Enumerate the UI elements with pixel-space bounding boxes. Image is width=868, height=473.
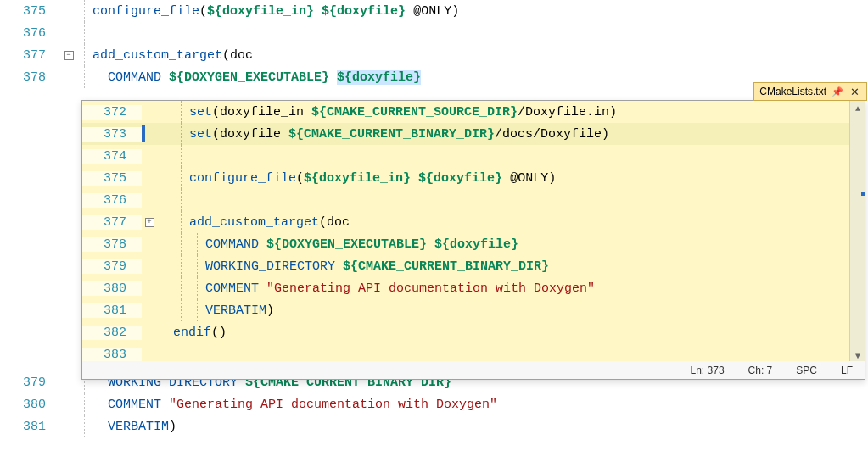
code-line[interactable]: 375configure_file(${doxyfile_in} ${doxyf… [82, 167, 849, 189]
code-content: VERBATIM) [205, 303, 274, 318]
peek-vertical-scrollbar[interactable]: ▲ ▼ [849, 101, 865, 364]
scroll-up-icon[interactable]: ▲ [850, 101, 865, 116]
fold-toggle-icon[interactable]: − [64, 51, 74, 60]
pin-icon[interactable]: 📌 [832, 86, 843, 97]
code-content: COMMAND ${DOXYGEN_EXECUTABLE} ${doxyfile… [205, 237, 518, 252]
status-indent: SPC [796, 364, 817, 376]
code-line[interactable]: 373set(doxyfile ${CMAKE_CURRENT_BINARY_D… [82, 123, 849, 145]
line-number: 381 [0, 420, 61, 434]
fold-toggle-icon[interactable]: + [145, 218, 154, 227]
code-line[interactable]: 380COMMENT "Generating API documentation… [82, 277, 849, 299]
status-bar: Ln: 373 Ch: 7 SPC LF [81, 361, 865, 380]
code-content: set(doxyfile ${CMAKE_CURRENT_BINARY_DIR}… [189, 127, 609, 142]
code-line[interactable]: 381VERBATIM) [82, 299, 849, 321]
code-content: COMMENT "Generating API documentation wi… [92, 398, 497, 412]
line-number: 373 [82, 127, 142, 142]
code-line[interactable]: 378COMMAND ${DOXYGEN_EXECUTABLE} ${doxyf… [82, 233, 849, 255]
peek-code-area[interactable]: 372set(doxyfile_in ${CMAKE_CURRENT_SOURC… [82, 101, 849, 364]
line-number: 378 [0, 70, 61, 85]
code-line[interactable]: 376 [82, 189, 849, 211]
code-line[interactable]: 382endif() [82, 321, 849, 343]
line-number: 376 [82, 193, 142, 208]
code-line[interactable]: 380 COMMENT "Generating API documentatio… [0, 393, 868, 415]
peek-tab[interactable]: CMakeLists.txt 📌 ✕ [753, 82, 867, 101]
line-number: 380 [0, 398, 61, 412]
status-column: Ch: 7 [748, 364, 773, 376]
code-line[interactable]: 377−add_custom_target(doc [0, 44, 868, 66]
code-content: set(doxyfile_in ${CMAKE_CURRENT_SOURCE_D… [189, 105, 617, 120]
code-line[interactable]: 375configure_file(${doxyfile_in} ${doxyf… [0, 0, 868, 22]
line-number: 376 [0, 26, 61, 41]
line-number: 377 [82, 215, 142, 230]
peek-tab-title: CMakeLists.txt [759, 86, 826, 97]
code-content: configure_file(${doxyfile_in} ${doxyfile… [92, 4, 459, 19]
line-number: 383 [82, 348, 142, 362]
scroll-position-marker [861, 192, 865, 196]
status-eol: LF [841, 364, 853, 376]
code-content: WORKING_DIRECTORY ${CMAKE_CURRENT_BINARY… [205, 259, 549, 274]
code-content: endif() [173, 326, 227, 340]
line-number: 382 [82, 326, 142, 340]
code-line[interactable]: 372set(doxyfile_in ${CMAKE_CURRENT_SOURC… [82, 101, 849, 123]
code-content: add_custom_target(doc [92, 48, 253, 63]
line-number: 381 [82, 303, 142, 318]
editor-root: 375configure_file(${doxyfile_in} ${doxyf… [0, 0, 868, 473]
code-line[interactable]: 379WORKING_DIRECTORY ${CMAKE_CURRENT_BIN… [82, 255, 849, 277]
code-content: COMMAND ${DOXYGEN_EXECUTABLE} ${doxyfile… [92, 70, 421, 85]
line-number: 379 [0, 376, 61, 390]
code-content: COMMENT "Generating API documentation wi… [205, 281, 595, 296]
code-content: add_custom_target(doc [189, 215, 350, 230]
line-number: 380 [82, 281, 142, 296]
code-line[interactable]: 377+add_custom_target(doc [82, 211, 849, 233]
code-line[interactable]: 381 VERBATIM) [0, 415, 868, 437]
line-number: 377 [0, 48, 61, 63]
code-line[interactable]: 376 [0, 22, 868, 44]
code-content: VERBATIM) [92, 420, 176, 434]
code-content: configure_file(${doxyfile_in} ${doxyfile… [189, 171, 556, 186]
current-line-marker [142, 125, 145, 142]
close-icon[interactable]: ✕ [848, 86, 861, 98]
line-number: 375 [82, 171, 142, 186]
line-number: 379 [82, 259, 142, 274]
line-number: 378 [82, 237, 142, 252]
code-line[interactable]: 374 [82, 145, 849, 167]
line-number: 374 [82, 149, 142, 164]
status-line: Ln: 373 [691, 364, 725, 376]
code-line[interactable]: 378 COMMAND ${DOXYGEN_EXECUTABLE} ${doxy… [0, 66, 868, 88]
line-number: 375 [0, 4, 61, 19]
peek-definition-window: CMakeLists.txt 📌 ✕ 372set(doxyfile_in ${… [81, 100, 865, 380]
line-number: 372 [82, 105, 142, 120]
